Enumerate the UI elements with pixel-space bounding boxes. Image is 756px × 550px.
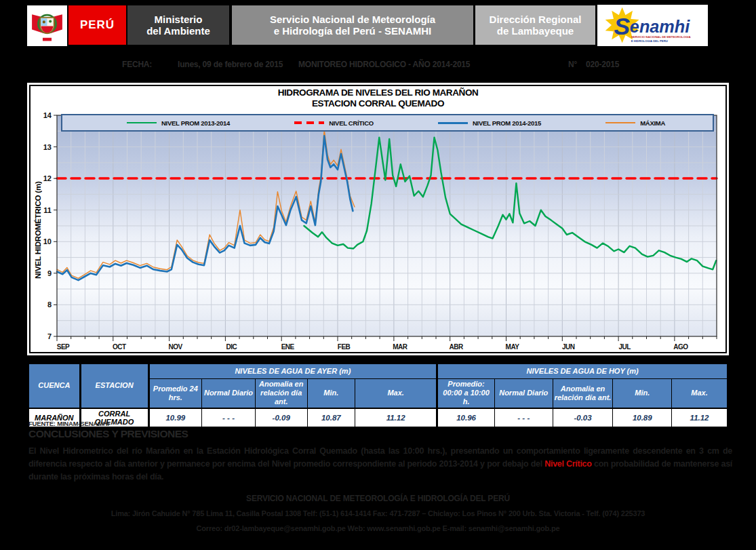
hydrograph-chart: 7891011121314SEPOCTNOVDICENEFEBMARABRMAY… [27, 113, 728, 355]
logo-text-rest: enamhi [629, 17, 690, 36]
chart-subtitle: ESTACION CORRAL QUEMADO [27, 98, 729, 109]
servicio-block: Servicio Nacional de Meteorología e Hidr… [232, 5, 473, 45]
x-tick-label: NOV [169, 343, 183, 351]
x-tick-label: JUN [562, 343, 575, 351]
hydrograph-panel: HIDROGRAMA DE NIVELES DEL RIO MARAÑON ES… [27, 83, 729, 355]
y-tick-label: 9 [47, 269, 52, 277]
peru-coat-of-arms [27, 5, 67, 46]
legend-swatch-icon [127, 122, 157, 123]
senamhi-bulletin-page: { "header": { "peru_label": "PERÚ", "min… [0, 0, 756, 550]
water-levels-table: CUENCA ESTACION NIVELES DE AGUA DE AYER … [27, 362, 729, 429]
numero-label: N° [568, 60, 577, 69]
legend-item-0: NIVEL PROM 2013-2014 [127, 119, 230, 127]
footer-contact: Correo: dr02-lambayeque@senamhi.gob.pe W… [0, 524, 756, 532]
nivel-critico-highlight: Nivel Crítico [544, 459, 591, 469]
legend-item-1: NIVEL CRÍTICO [294, 119, 374, 127]
senamhi-sun-logo-icon: S enamhi SERVICIO NACIONAL DE METEOROLOG… [599, 6, 707, 45]
direccion-line1: Dirección Regional [490, 14, 582, 25]
col-header-min-ayer: Min. [307, 379, 355, 408]
legend-swatch-icon [294, 121, 324, 124]
x-tick-label: MAY [506, 343, 520, 351]
x-tick-label: ABR [450, 343, 464, 351]
cell-promedio-hoy: 10.96 [437, 408, 495, 428]
col-header-cuenca: CUENCA [28, 364, 81, 408]
cell-max-hoy: 11.12 [672, 408, 728, 428]
legend-swatch-icon [605, 122, 635, 123]
cell-promedio-ayer: 10.99 [148, 408, 202, 428]
cell-min-hoy: 10.89 [613, 408, 672, 428]
cell-anomalia-hoy: -0.03 [553, 408, 613, 428]
x-tick-label: ENE [281, 343, 295, 351]
group-header-ayer: NIVELES DE AGUA DE AYER (m) [148, 364, 437, 379]
legend-item-2: NIVEL PROM 2014-2015 [438, 119, 541, 127]
footer-institution: SERVICIO NACIONAL DE METEOROLOGÍA E HIDR… [0, 494, 756, 503]
cell-normal-hoy: - - - [494, 408, 553, 428]
numero-value: 020-2015 [586, 60, 619, 69]
y-tick-label: 7 [47, 332, 52, 340]
peru-label-block: PERÚ [68, 5, 126, 45]
col-header-normal-ayer: Normal Diario [202, 379, 256, 408]
cell-anomalia-ayer: -0.09 [255, 408, 307, 428]
direccion-line2: de Lambayeque [490, 25, 582, 37]
conclusions-title: CONCLUSIONES Y PREVISIONES [28, 428, 188, 440]
direccion-block: Dirección Regional de Lambayeque [475, 5, 595, 45]
logo-subtitle-2: E HIDROLOGIA DEL PERU [631, 39, 667, 42]
y-tick-label: 10 [43, 237, 52, 245]
legend-label: NIVEL PROM 2013-2014 [161, 119, 230, 127]
logo-text-initial: S [614, 13, 630, 40]
col-header-normal-hoy: Normal Diario [494, 379, 553, 408]
footer-address: Lima: Jirón Cahuide N° 785 Lima 11, Casi… [0, 509, 756, 517]
ministerio-block: Ministerio del Ambiente [127, 5, 229, 45]
x-tick-label: SEP [57, 343, 70, 351]
x-tick-label: DIC [226, 343, 237, 351]
legend-label: MÁXIMA [640, 119, 665, 127]
senamhi-logo-block: S enamhi SERVICIO NACIONAL DE METEOROLOG… [597, 5, 708, 46]
info-bar: FECHA: lunes, 09 de febrero de 2015 MONI… [0, 60, 756, 72]
ministerio-line1: Ministerio [146, 14, 210, 25]
col-header-max-hoy: Max. [672, 379, 728, 408]
servicio-line2: e Hidrología del Perú - SENAMHI [270, 25, 435, 37]
y-tick-label: 13 [43, 143, 52, 151]
ministerio-line2: del Ambiente [146, 25, 210, 37]
bulletin-title: MONITOREO HIDROLOGICO - AÑO 2014-2015 [298, 60, 470, 69]
peru-label: PERÚ [80, 18, 115, 32]
x-tick-label: OCT [113, 343, 126, 351]
col-header-estacion: ESTACION [80, 364, 148, 408]
cell-max-ayer: 11.12 [355, 408, 437, 428]
col-header-anomalia-hoy: Anomalia en relación día ant. [553, 379, 613, 408]
group-header-hoy: NIVELES DE AGUA DE HOY (m) [437, 364, 728, 379]
col-header-anomalia-ayer: Anomalia en relación día ant. [255, 379, 307, 408]
conclusions-paragraph: El Nivel Hidrometrico del río Marañón en… [28, 445, 732, 484]
y-tick-label: 14 [43, 113, 52, 119]
col-header-min-hoy: Min. [613, 379, 672, 408]
col-header-promedio-ayer: Promedio 24 hrs. [148, 379, 202, 408]
x-tick-label: MAR [393, 343, 408, 351]
peru-coat-of-arms-icon [28, 7, 66, 45]
legend-label: NIVEL PROM 2014-2015 [473, 119, 541, 127]
legend-swatch-icon [438, 122, 468, 124]
legend-label: NIVEL CRÍTICO [329, 119, 374, 127]
col-header-promedio-hoy: Promedio: 00:00 a 10:00 h. [437, 379, 495, 408]
chart-title: HIDROGRAMA DE NIVELES DEL RIO MARAÑON [27, 87, 729, 98]
y-tick-label: 8 [47, 300, 52, 309]
legend-item-3: MÁXIMA [605, 119, 665, 127]
cell-min-ayer: 10.87 [307, 408, 355, 428]
table-row: MARAÑON CORRAL QUEMADO 10.99 - - - -0.09… [28, 408, 728, 428]
chart-legend: NIVEL PROM 2013-2014NIVEL CRÍTICONIVEL P… [61, 114, 714, 132]
y-tick-label: 11 [43, 206, 52, 214]
x-tick-label: FEB [338, 343, 351, 351]
fecha-value: lunes, 09 de febrero de 2015 [178, 60, 283, 69]
source-note: FUENTE: MINAM-SENAMHI [28, 420, 109, 427]
cell-normal-ayer: - - - [202, 408, 256, 428]
col-header-max-ayer: Max. [355, 379, 437, 408]
x-tick-label: AGO [673, 343, 688, 351]
servicio-line1: Servicio Nacional de Meteorología [270, 14, 435, 25]
fecha-label: FECHA: [122, 60, 152, 69]
x-tick-label: JUL [618, 343, 631, 351]
y-tick-label: 12 [43, 174, 52, 182]
logo-subtitle-1: SERVICIO NACIONAL DE METEOROLOGIA [631, 35, 690, 39]
